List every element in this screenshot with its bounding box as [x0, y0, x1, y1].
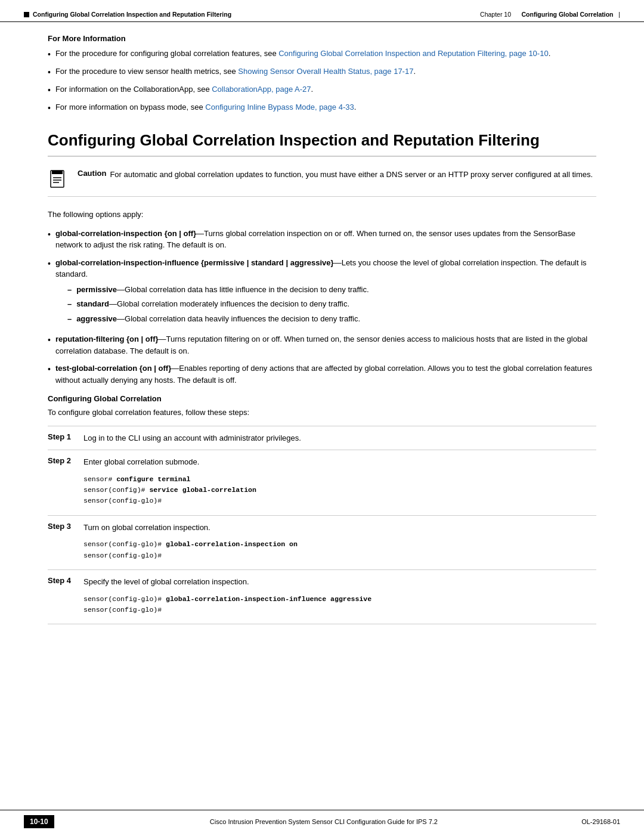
footer-doc-num: OL-29168-01	[581, 818, 620, 825]
list-item: • reputation-filtering {on | off}—Turns …	[48, 333, 596, 357]
footer-title: Cisco Intrusion Prevention System Sensor…	[66, 818, 581, 825]
bullet-icon: •	[48, 102, 51, 114]
list-item: • global-correlation-inspection-influenc…	[48, 257, 596, 328]
step-content: Enter global correlation submode. sensor…	[83, 450, 596, 516]
page-header: Configuring Global Correlation Inspectio…	[0, 0, 644, 22]
list-item-content: reputation-filtering {on | off}—Turns re…	[55, 333, 596, 357]
step-content: Turn on global correlation inspection. s…	[83, 515, 596, 569]
for-more-info-section: For More Information • For the procedure…	[48, 34, 596, 114]
page-footer: 10-10 Cisco Intrusion Prevention System …	[0, 810, 644, 833]
dash-icon: –	[67, 298, 72, 310]
body-intro-text: The following options apply:	[48, 209, 596, 221]
for-more-info-list: • For the procedure for configuring glob…	[48, 48, 596, 114]
bullet-icon: •	[48, 258, 51, 270]
code-line: sensor(config-glo)# global-correlation-i…	[83, 539, 596, 550]
sub-bullets-list: – permissive—Global correlation data has…	[55, 284, 596, 325]
bullet-bold-text: reputation-filtering {on | off}	[55, 335, 159, 343]
code-line: sensor(config)# service global-correlati…	[83, 485, 596, 496]
caution-content: Caution For automatic and global correla…	[78, 169, 593, 181]
link-sensor-health[interactable]: Showing Sensor Overall Health Status, pa…	[238, 67, 413, 76]
footer-page-num: 10-10	[24, 815, 54, 828]
list-item: • For information on the CollaborationAp…	[48, 83, 596, 97]
link-global-correlation-inspection[interactable]: Configuring Global Correlation Inspectio…	[278, 49, 548, 58]
step-row: Step 4 Specify the level of global corre…	[48, 570, 596, 624]
code-line: sensor(config-glo)#	[83, 605, 596, 615]
header-chapter-label: Chapter 10	[480, 11, 511, 18]
header-breadcrumb: Configuring Global Correlation Inspectio…	[33, 11, 231, 18]
step-row: Step 2 Enter global correlation submode.…	[48, 450, 596, 516]
bullet-icon: •	[48, 334, 51, 346]
bullet-icon: •	[48, 48, 51, 61]
list-item-text: For information on the CollaborationApp,…	[55, 83, 313, 95]
list-item-text: For the procedure for configuring global…	[55, 48, 550, 60]
list-item-content: global-correlation-inspection-influence …	[55, 257, 596, 328]
code-block: sensor# configure terminal sensor(config…	[83, 470, 596, 509]
sub-item-text: permissive—Global correlation data has l…	[76, 284, 369, 296]
sub-list-item: – aggressive—Global correlation data hea…	[67, 313, 596, 325]
list-item: • For more information on bypass mode, s…	[48, 101, 596, 114]
caution-label: Caution	[78, 169, 106, 178]
bullet-icon: •	[48, 228, 51, 241]
main-bullets-list: • global-correlation-inspection {on | of…	[48, 228, 596, 386]
list-item: • test-global-correlation {on | off}—Ena…	[48, 363, 596, 386]
configuring-subheading: Configuring Global Correlation	[48, 394, 596, 403]
svg-rect-1	[52, 171, 63, 174]
header-right: Chapter 10 Configuring Global Correlatio…	[480, 11, 620, 18]
link-collaboration-app[interactable]: CollaborationApp, page A-27	[212, 85, 311, 94]
bullet-bold-text: global-correlation-inspection-influence …	[55, 258, 334, 267]
step-content: Specify the level of global correlation …	[83, 570, 596, 624]
bullet-icon: •	[48, 363, 51, 376]
code-block: sensor(config-glo)# global-correlation-i…	[83, 535, 596, 563]
header-chapter-title: Configuring Global Correlation	[522, 11, 614, 18]
list-item-content: test-global-correlation {on | off}—Enabl…	[55, 363, 596, 386]
step-content: Log in to the CLI using an account with …	[83, 426, 596, 450]
code-line: sensor(config-glo)# global-correlation-i…	[83, 594, 596, 605]
chapter-heading: Configuring Global Correlation Inspectio…	[48, 131, 596, 157]
header-left: Configuring Global Correlation Inspectio…	[24, 11, 231, 18]
list-item-content: global-correlation-inspection {on | off}…	[55, 228, 596, 251]
step-label: Step 1	[48, 426, 83, 450]
list-item: • For the procedure to view sensor healt…	[48, 66, 596, 79]
list-item: • global-correlation-inspection {on | of…	[48, 228, 596, 251]
caution-text: For automatic and global correlation upd…	[110, 169, 593, 181]
bullet-bold-text: test-global-correlation {on | off}	[55, 364, 171, 373]
code-line: sensor(config-glo)#	[83, 496, 596, 506]
sub-list-item: – permissive—Global correlation data has…	[67, 284, 596, 296]
list-item: • For the procedure for configuring glob…	[48, 48, 596, 61]
main-content: For More Information • For the procedure…	[0, 22, 644, 666]
caution-icon	[48, 170, 69, 189]
step-label: Step 4	[48, 570, 83, 624]
step-row: Step 1 Log in to the CLI using an accoun…	[48, 426, 596, 450]
list-item-text: For the procedure to view sensor health …	[55, 66, 416, 78]
configuring-intro: To configure global correlation features…	[48, 407, 596, 419]
bullet-bold-text: global-correlation-inspection {on | off}	[55, 229, 196, 238]
sub-item-text: aggressive—Global correlation data heavi…	[76, 313, 360, 325]
step-label: Step 3	[48, 515, 83, 569]
caution-box: Caution For automatic and global correla…	[48, 169, 596, 197]
code-line: sensor# configure terminal	[83, 474, 596, 485]
code-line: sensor(config-glo)#	[83, 550, 596, 561]
dash-icon: –	[67, 284, 72, 296]
code-block: sensor(config-glo)# global-correlation-i…	[83, 590, 596, 618]
bullet-icon: •	[48, 66, 51, 79]
step-row: Step 3 Turn on global correlation inspec…	[48, 515, 596, 569]
for-more-info-heading: For More Information	[48, 34, 596, 43]
list-item-text: For more information on bypass mode, see…	[55, 101, 356, 113]
sub-item-text: standard—Global correlation moderately i…	[76, 298, 349, 310]
step-label: Step 2	[48, 450, 83, 516]
steps-table: Step 1 Log in to the CLI using an accoun…	[48, 426, 596, 625]
bullet-icon: •	[48, 84, 51, 97]
header-square-icon	[24, 12, 29, 17]
link-bypass-mode[interactable]: Configuring Inline Bypass Mode, page 4-3…	[205, 103, 354, 112]
sub-list-item: – standard—Global correlation moderately…	[67, 298, 596, 310]
dash-icon: –	[67, 313, 72, 325]
